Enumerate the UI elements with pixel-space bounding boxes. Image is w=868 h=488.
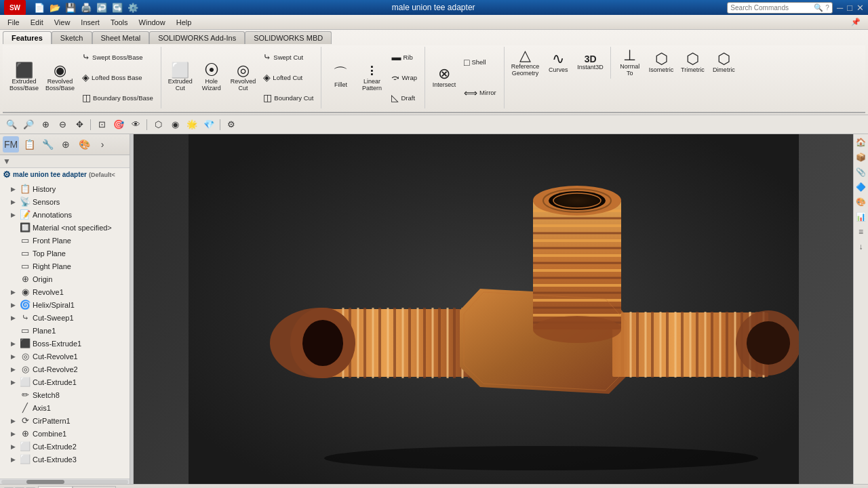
new-btn[interactable]: 📄 <box>33 1 46 14</box>
pan-btn[interactable]: ✥ <box>72 117 87 132</box>
save-btn[interactable]: 💾 <box>64 1 77 14</box>
rp-3d-btn[interactable]: 📦 <box>854 150 868 164</box>
hide-show-btn[interactable]: 👁 <box>128 117 143 132</box>
zoom-area-btn[interactable]: 🔎 <box>21 117 36 132</box>
fillet-btn[interactable]: ⌒ Fillet <box>326 65 355 89</box>
menu-window[interactable]: Window <box>134 17 170 28</box>
view-orient-btn[interactable]: 🎯 <box>111 117 126 132</box>
curves-btn[interactable]: ∿ Curves <box>543 50 573 75</box>
tab-solidworks-addins[interactable]: SOLIDWORKS Add-Ins <box>149 31 245 44</box>
intersect-btn[interactable]: ⊗ Intersect <box>429 65 459 89</box>
rp-arrow-btn[interactable]: ↓ <box>854 240 868 253</box>
view-settings-btn[interactable]: ⚙ <box>224 117 239 132</box>
menu-file[interactable]: File <box>3 17 24 28</box>
sidebar-scrollbar[interactable] <box>0 479 130 484</box>
rp-list-btn[interactable]: ≡ <box>854 225 868 239</box>
tree-cut-extrude3[interactable]: ▶ ⬜ Cut-Extrude3 <box>0 453 130 466</box>
rp-chart-btn[interactable]: 📊 <box>854 210 868 224</box>
tree-cut-revolve2[interactable]: ▶ ◎ Cut-Revolve2 <box>0 363 130 375</box>
tree-front-plane[interactable]: ▶ ▭ Front Plane <box>0 234 130 247</box>
minimize-button[interactable]: ─ <box>837 3 843 13</box>
tree-cut-sweep1[interactable]: ▶ ⤷ Cut-Sweep1 <box>0 311 130 324</box>
tree-top-plane[interactable]: ▶ ▭ Top Plane <box>0 247 130 260</box>
wrap-btn[interactable]: ⤼ Wrap <box>388 70 420 84</box>
display-style-btn[interactable]: ⬡ <box>151 117 165 132</box>
search-box[interactable]: 🔍 ? <box>727 2 833 14</box>
print-btn[interactable]: 🖨️ <box>79 1 93 14</box>
rib-btn[interactable]: ▬ Rib <box>388 50 420 64</box>
scene-btn[interactable]: 🌟 <box>184 117 199 132</box>
rp-shape-btn[interactable]: 🔷 <box>854 180 868 194</box>
open-btn[interactable]: 📂 <box>48 1 62 14</box>
tree-history[interactable]: ▶ 📋 History <box>0 182 130 195</box>
rp-attach-btn[interactable]: 📎 <box>854 165 868 179</box>
tab-sheet-metal[interactable]: Sheet Metal <box>92 31 150 44</box>
shell-btn[interactable]: □ Shell <box>460 56 500 69</box>
draft-btn[interactable]: ◺ Draft <box>388 91 420 104</box>
tree-sensors[interactable]: ▶ 📡 Sensors <box>0 195 130 208</box>
swept-cut-btn[interactable]: ⤷ Swept Cut <box>260 50 317 64</box>
property-manager-btn[interactable]: 📋 <box>21 136 37 152</box>
revolved-cut-btn[interactable]: ◎ RevolvedCut <box>228 62 259 93</box>
lofted-boss-btn[interactable]: ◈ Lofted Boss Base <box>79 70 157 84</box>
undo-btn[interactable]: ↩️ <box>95 1 108 14</box>
boundary-cut-btn[interactable]: ◫ Boundary Cut <box>260 91 317 104</box>
tab-features[interactable]: Features <box>3 31 52 44</box>
tree-axis1[interactable]: ▶ ╱ Axis1 <box>0 401 130 414</box>
tree-cut-extrude2[interactable]: ▶ ⬜ Cut-Extrude2 <box>0 440 130 453</box>
tree-helix-spiral1[interactable]: ▶ 🌀 Helix/Spiral1 <box>0 298 130 311</box>
tree-boss-extrude1[interactable]: ▶ ⬛ Boss-Extrude1 <box>0 337 130 350</box>
realview-btn[interactable]: 💎 <box>201 117 216 132</box>
swept-boss-btn[interactable]: ⤷ Swept Boss/Base <box>79 50 157 64</box>
tree-cut-revolve1[interactable]: ▶ ◎ Cut-Revolve1 <box>0 350 130 363</box>
rp-color-btn[interactable]: 🎨 <box>854 195 868 209</box>
extruded-cut-btn[interactable]: ⬜ ExtrudedCut <box>165 62 195 93</box>
zoom-in-btn[interactable]: ⊕ <box>38 117 53 132</box>
lofted-cut-btn[interactable]: ◈ Lofted Cut <box>260 70 317 84</box>
tree-revolve1[interactable]: ▶ ◉ Revolve1 <box>0 285 130 298</box>
redo-btn[interactable]: ↪️ <box>111 1 124 14</box>
feature-manager-btn[interactable]: FM <box>3 136 19 152</box>
expand-arrow[interactable]: › <box>94 136 111 152</box>
tree-plane1[interactable]: ▶ ▭ Plane1 <box>0 324 130 337</box>
menu-tools[interactable]: Tools <box>106 17 133 28</box>
linear-pattern-btn[interactable]: ⫶ LinearPattern <box>357 62 387 93</box>
normal-to-btn[interactable]: ⊥ NormalTo <box>615 47 645 78</box>
options-btn[interactable]: ⚙️ <box>126 1 140 14</box>
tree-sketch8[interactable]: ▶ ✏ Sketch8 <box>0 388 130 401</box>
hole-wizard-btn[interactable]: ⦿ HoleWizard <box>197 62 226 93</box>
tree-origin[interactable]: ▶ ⊕ Origin <box>0 272 130 285</box>
tab-solidworks-mbd[interactable]: SOLIDWORKS MBD <box>245 31 332 44</box>
reference-geometry-btn[interactable]: △ ReferenceGeometry <box>509 47 542 78</box>
search-input[interactable] <box>730 4 812 12</box>
maximize-button[interactable]: □ <box>847 3 852 13</box>
tab-sketch[interactable]: Sketch <box>52 31 92 44</box>
mirror-btn[interactable]: ⟺ Mirror <box>460 86 500 100</box>
display-manager-btn[interactable]: 🎨 <box>76 136 92 152</box>
menu-insert[interactable]: Insert <box>76 17 104 28</box>
tree-cut-extrude1[interactable]: ▶ ⬜ Cut-Extrude1 <box>0 375 130 388</box>
shadows-btn[interactable]: ◉ <box>167 117 182 132</box>
menu-edit[interactable]: Edit <box>26 17 48 28</box>
scroll-thumb[interactable] <box>26 480 64 484</box>
zoom-out-btn[interactable]: ⊖ <box>55 117 70 132</box>
menu-help[interactable]: Help <box>172 17 197 28</box>
tree-combine1[interactable]: ▶ ⊕ Combine1 <box>0 427 130 440</box>
scroll-track[interactable] <box>1 480 128 484</box>
close-button[interactable]: ✕ <box>856 3 864 13</box>
tree-material[interactable]: ▶ 🔲 Material <not specified> <box>0 221 130 234</box>
dimetric-btn[interactable]: ⬡ Dimetric <box>709 50 738 75</box>
rp-home-btn[interactable]: 🏠 <box>854 136 868 149</box>
isometric-btn[interactable]: ⬡ Isometric <box>646 50 677 75</box>
section-view-btn[interactable]: ⊡ <box>94 117 109 132</box>
instant3d-btn[interactable]: 3D Instant3D <box>574 53 606 72</box>
dim-expert-btn[interactable]: ⊕ <box>58 136 74 152</box>
menu-view[interactable]: View <box>50 17 75 28</box>
tree-cir-pattern1[interactable]: ▶ ⟳ CirPattern1 <box>0 414 130 427</box>
model-root[interactable]: ⚙ male union tee adapter (Default< <box>0 168 130 181</box>
tree-right-plane[interactable]: ▶ ▭ Right Plane <box>0 260 130 272</box>
tree-annotations[interactable]: ▶ 📝 Annotations <box>0 208 130 221</box>
zoom-fit-btn[interactable]: 🔍 <box>4 117 19 132</box>
revolved-boss-base-btn[interactable]: ◉ RevolvedBoss/Base <box>43 62 77 93</box>
menu-pin[interactable]: 📌 <box>846 16 865 28</box>
